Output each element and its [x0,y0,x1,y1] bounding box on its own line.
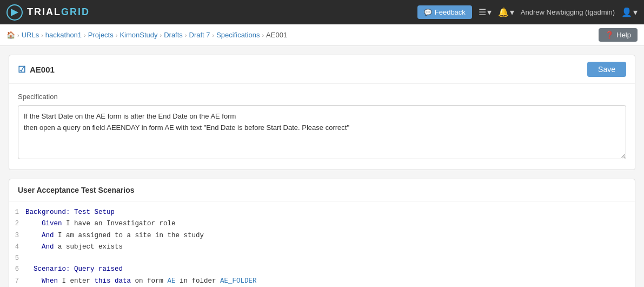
breadcrumb-ae001: AE001 [266,31,287,39]
code-line: 3 And I am assigned to a site in the stu… [9,230,635,242]
breadcrumb-projects[interactable]: Projects [88,31,114,39]
feedback-button[interactable]: 💬 Feedback [417,5,472,19]
line-number: 7 [9,276,25,286]
breadcrumb-hackathon1[interactable]: hackathon1 [45,31,82,39]
breadcrumb-draft7[interactable]: Draft 7 [189,31,210,39]
brand-logo-icon [6,4,23,21]
line-content: Background: Test Setup [25,207,115,218]
breadcrumb-sep: › [213,32,215,38]
code-block: 1 Background: Test Setup 2 Given I have … [9,201,635,287]
card-header: ☑ AE001 Save [9,55,635,84]
line-content: And a subject exists [25,242,123,253]
line-number: 3 [9,230,25,241]
breadcrumb-drafts[interactable]: Drafts [164,31,183,39]
breadcrumb-sep: › [84,32,86,38]
home-icon: 🏠 [6,31,15,39]
code-line: 2 Given I have an Investigator role [9,218,635,230]
breadcrumb-sep: › [41,32,43,38]
brand-grid: GRID [61,6,90,17]
user-menu-button[interactable]: 👤 ▾ [621,7,638,17]
breadcrumb-specifications[interactable]: Specifications [216,31,260,39]
line-content: When I enter this data on form AE in fol… [25,276,257,287]
breadcrumb-bar: 🏠 › URLs › hackathon1 › Projects › Kimon… [0,24,644,46]
comment-icon: 💬 [424,9,432,16]
specification-section: Specification If the Start Date on the A… [9,84,635,169]
help-button[interactable]: ❓ Help [599,28,638,42]
notifications-button[interactable]: 🔔 ▾ [498,7,514,17]
menu-button[interactable]: ☰ ▾ [479,7,492,17]
scenarios-header: User Acceptance Test Scenarios [9,179,635,201]
chevron-down-icon: ▾ [510,7,514,17]
code-line: 7 When I enter this data on form AE in f… [9,276,635,287]
card-title-text: AE001 [30,65,55,74]
card-title: ☑ AE001 [18,64,55,75]
brand: TRIALGRID [6,4,90,21]
main-content: ☑ AE001 Save Specification If the Start … [0,46,644,287]
line-content: And I am assigned to a site in the study [25,230,204,242]
line-number: 4 [9,242,25,252]
breadcrumb-sep: › [262,32,264,38]
breadcrumb-sep: › [185,32,187,38]
scenarios-section: User Acceptance Test Scenarios 1 Backgro… [9,179,635,287]
save-button[interactable]: Save [587,62,626,77]
line-content: Scenario: Query raised [25,264,123,275]
help-label: Help [616,31,631,39]
breadcrumb-sep: › [116,32,118,38]
navbar: TRIALGRID 💬 Feedback ☰ ▾ 🔔 ▾ Andrew Newb… [0,0,644,24]
feedback-label: Feedback [435,8,466,16]
code-line: 6 Scenario: Query raised [9,264,635,275]
checkbox-icon: ☑ [18,64,25,75]
ae001-card: ☑ AE001 Save Specification If the Start … [9,55,635,170]
navbar-actions: 💬 Feedback ☰ ▾ 🔔 ▾ Andrew Newbigging (tg… [417,5,638,19]
line-number: 5 [9,253,25,264]
breadcrumb-kimonstudy[interactable]: KimonStudy [119,31,157,39]
breadcrumb-home[interactable]: 🏠 [6,31,15,39]
breadcrumb: 🏠 › URLs › hackathon1 › Projects › Kimon… [6,31,287,39]
line-number: 6 [9,264,25,275]
specification-textarea[interactable]: If the Start Date on the AE form is afte… [18,105,626,159]
brand-text: TRIALGRID [27,6,90,18]
specification-label: Specification [18,93,626,101]
help-icon: ❓ [605,31,614,39]
line-content: Given I have an Investigator role [25,218,176,230]
line-number: 2 [9,218,25,229]
brand-trial: TRIAL [27,6,61,17]
chevron-down-icon: ▾ [633,7,638,17]
line-number: 1 [9,207,25,218]
chevron-down-icon: ▾ [487,7,492,17]
username-label: Andrew Newbigging (tgadmin) [521,8,615,16]
code-line: 5 [9,253,635,264]
svg-marker-1 [11,9,18,16]
breadcrumb-sep: › [160,32,162,38]
code-line: 4 And a subject exists [9,242,635,253]
breadcrumb-urls[interactable]: URLs [22,31,39,39]
code-line: 1 Background: Test Setup [9,207,635,218]
breadcrumb-sep: › [17,32,19,38]
